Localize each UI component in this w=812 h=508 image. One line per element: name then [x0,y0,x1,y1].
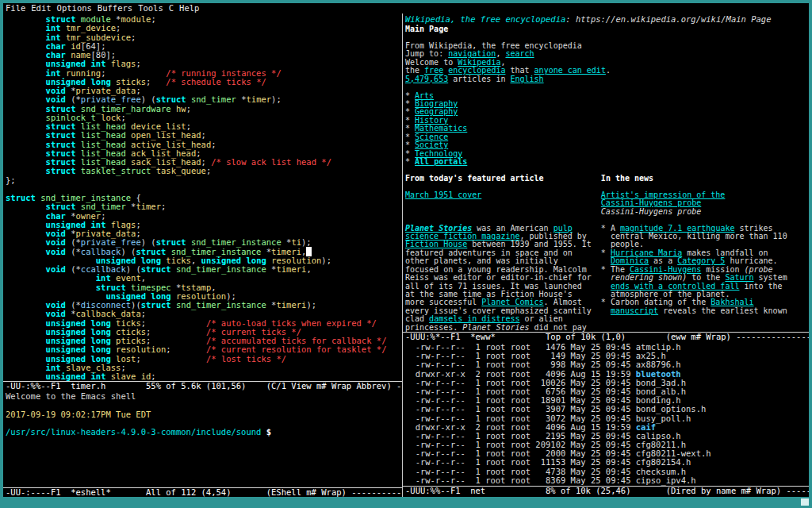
menu-item-buffers[interactable]: Buffers [98,3,132,13]
text-segment: spinlock_t [46,113,96,122]
dired-file-name[interactable]: cfg80211-wext.h [636,448,711,458]
menu-item-options[interactable]: Options [57,3,92,13]
text-segment: snd_timer_instance [191,237,282,247]
text-segment: list_head [81,148,126,158]
menu-item-edit[interactable]: Edit [31,3,51,13]
text-segment: In the news [601,174,653,183]
eww-link[interactable]: Science [415,133,448,141]
dired-directory-name[interactable]: caif [636,422,656,432]
eww-link[interactable]: encyclopedia [448,66,505,75]
eww-link[interactable]: Dominica [611,256,649,265]
text-segment [6,77,46,87]
eww-link[interactable]: Bakhshali [710,298,753,306]
dired-file-name[interactable]: cfg802154.h [636,457,691,467]
text-segment: central Mexico, killing more than 110 [587,232,787,241]
text-segment: timer [247,94,272,104]
text-segment: * [261,247,271,256]
eww-link[interactable]: 5,479,653 [405,75,448,83]
eww-link[interactable]: Planet Stories [405,224,472,233]
menu-item-c[interactable]: C [169,3,174,13]
text-segment: * [405,149,415,158]
eww-link[interactable]: Category 5 [677,256,725,265]
text-segment: }; [6,175,16,185]
eww-link[interactable]: Wikipedia [458,58,500,67]
text-segment: module [81,14,111,24]
eww-link[interactable]: pulp [553,224,573,233]
text-segment [6,33,46,42]
text-segment: [64]; [81,41,106,51]
menu-item-help[interactable]: Help [179,3,199,13]
text-segment: event [116,273,141,283]
eww-link[interactable]: English [510,75,543,83]
text-segment: ticks [116,318,141,328]
eww-link[interactable]: Artist's impression of the [601,190,726,199]
dired-file-name[interactable]: cipso_ipv4.h [636,475,696,485]
text-segment: void [46,300,66,310]
eww-link[interactable]: Mathematics [415,124,467,133]
text-segment: void [46,309,66,318]
eshell-buffer[interactable]: Welcome to the Emacs shell2017-09-19 09:… [3,391,402,487]
dired-file-name[interactable]: bond_3ad.h [636,378,686,387]
text-segment: * [405,107,415,116]
text-segment: * [266,264,277,274]
text-segment: Planet Stories [462,323,529,332]
dired-file-name[interactable]: bond_options.h [636,404,707,414]
text-segment [6,157,46,167]
eww-link[interactable]: Cassini-Huygens [630,265,701,274]
eww-link[interactable]: All portals [415,157,467,166]
dired-file-name[interactable]: bonding.h [636,395,681,405]
eww-link[interactable]: Hurricane Maria [611,248,682,257]
resize-grip[interactable] [801,498,809,506]
eww-link[interactable]: navigation [448,49,496,58]
dired-file-attributes: -rw-r--r-- 1 root root 8369 May 25 09:45 [405,475,636,485]
text-segment [405,207,601,216]
eww-link[interactable]: ends with a controlled fall [611,282,740,291]
eww-link[interactable]: damsels in distress [429,314,519,323]
eww-link[interactable]: Arts [415,91,434,100]
menu-item-file[interactable]: File [6,3,25,13]
eww-link[interactable]: Technology [415,149,462,158]
eww-line: Main Page [405,25,809,33]
right-column: Wikipedia, the free encyclopedia: https:… [403,13,809,497]
dired-file-name[interactable]: busy_poll.h [636,414,691,423]
dired-buffer-net[interactable]: -rw-r--r-- 1 root root 1476 May 25 09:45… [403,341,809,486]
eww-link[interactable]: Society [415,140,448,149]
text-segment: * [236,94,247,104]
text-segment: (* [66,247,81,256]
eww-buffer[interactable]: Main PageFrom Wikipedia, the free encycl… [403,24,809,332]
menu-item-tools[interactable]: Tools [138,3,163,13]
eww-link[interactable]: science fiction magazine [405,232,520,241]
eww-link[interactable]: Cassini-Huygens probe [601,198,701,207]
text-segment: long [90,354,110,364]
eww-link[interactable]: manuscript [611,306,658,315]
code-buffer-timer-h[interactable]: struct module *module; int tmr_device; i… [3,13,402,381]
eww-link[interactable]: Biography [415,99,458,108]
text-segment: was an American [472,224,553,233]
text-segment [6,363,46,372]
dired-directory-name[interactable]: bluetooth [636,369,681,379]
text-segment: timespec [131,283,171,292]
eww-link[interactable]: Geography [415,107,458,116]
eww-link[interactable]: magnitude 7.1 earthquake [620,224,735,233]
eww-link[interactable]: History [415,116,448,125]
eww-link[interactable]: March 1951 cover [405,190,481,199]
eww-link[interactable]: anyone can edit [534,66,606,75]
eww-link[interactable]: free [424,66,443,75]
eww-link[interactable]: Planet Comics [481,298,543,306]
dired-file-name[interactable]: checksum.h [636,467,686,476]
text-segment: struct [156,94,186,104]
eww-link[interactable]: Saturn [725,273,753,282]
dired-file-name[interactable]: ax25.h [636,351,666,360]
text-segment: , [496,49,505,58]
dired-file-name[interactable]: bond_alb.h [636,387,686,396]
dired-file-name[interactable]: atmclip.h [636,342,681,352]
dired-file-name[interactable]: cfg80211.h [636,440,686,449]
text-segment: unsigned [46,336,86,345]
dired-file-name[interactable]: calipso.h [636,431,681,441]
eww-link[interactable]: search [505,49,534,58]
eww-line: * Science [405,133,809,141]
text-segment [6,104,46,114]
dired-file-name[interactable]: ax88796.h [636,360,681,369]
text-segment: /* accumulated ticks for callback */ [206,336,387,345]
eww-link[interactable]: Fiction House [405,240,467,248]
